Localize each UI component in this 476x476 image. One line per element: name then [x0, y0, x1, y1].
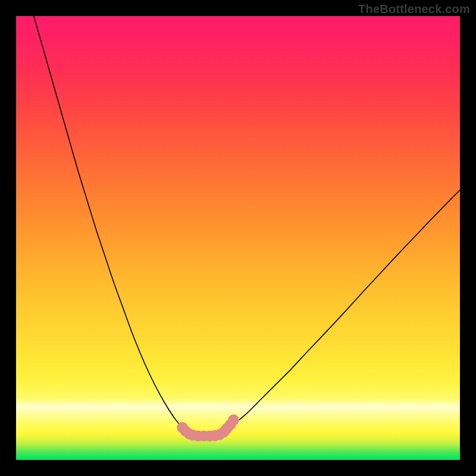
- series-right-curve: [225, 190, 460, 431]
- chart-svg: [16, 16, 460, 460]
- chart-frame: TheBottleneck.com: [0, 0, 476, 476]
- lines-layer: [34, 16, 460, 436]
- marker-valley-markers-12: [228, 415, 239, 426]
- series-left-curve: [34, 16, 183, 428]
- markers-layer: [177, 415, 239, 442]
- watermark-text: TheBottleneck.com: [358, 2, 470, 16]
- plot-area: [16, 16, 460, 460]
